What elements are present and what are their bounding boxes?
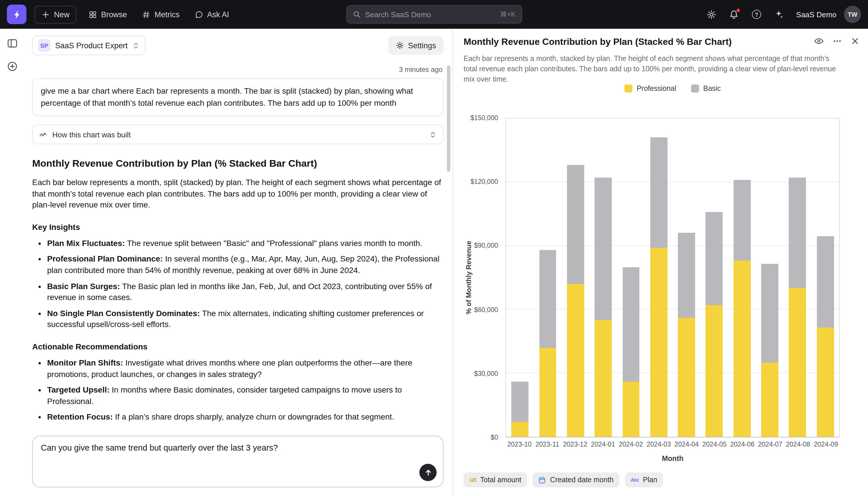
list-item: No Single Plan Consistently Dominates: T…: [47, 308, 444, 330]
grid-icon: [89, 10, 97, 19]
new-button[interactable]: New: [34, 5, 76, 23]
how-built-toggle[interactable]: How this chart was built: [32, 125, 444, 144]
bar-segment-basic[interactable]: [623, 267, 640, 382]
list-item: Monitor Plan Shifts: Investigate what dr…: [47, 357, 444, 380]
bar-segment-professional[interactable]: [789, 288, 806, 437]
bar-2024-09[interactable]: [811, 119, 839, 437]
help-icon: ?: [752, 10, 761, 19]
x-axis-labels: 2023-102023-112023-122024-012024-022024-…: [505, 441, 840, 448]
bar-segment-professional[interactable]: [595, 320, 612, 437]
y-tick-label: $90,000: [474, 242, 498, 249]
list-item: Retention Focus: If a plan’s share drops…: [47, 412, 444, 423]
tag-label: Total amount: [480, 476, 521, 484]
bar-segment-basic[interactable]: [789, 178, 806, 288]
plot-area: [505, 118, 840, 437]
user-avatar[interactable]: TW: [844, 6, 861, 23]
chat-input[interactable]: Can you give the same trend but quarterl…: [33, 436, 443, 472]
bar-2024-01[interactable]: [590, 119, 617, 437]
y-tick-label: $30,000: [474, 370, 498, 377]
bar-2024-06[interactable]: [728, 119, 756, 437]
y-tick-label: $120,000: [470, 178, 498, 185]
x-tick-label: 2024-07: [756, 441, 784, 448]
bar-segment-basic[interactable]: [817, 236, 834, 328]
recommendations-list: Monitor Plan Shifts: Investigate what dr…: [47, 357, 444, 423]
bar-2024-04[interactable]: [673, 119, 701, 437]
new-label: New: [54, 10, 69, 19]
key-insights-heading: Key Insights: [32, 222, 444, 232]
key-insights-list: Plan Mix Fluctuates: The revenue split b…: [47, 238, 444, 330]
gear-icon: [707, 10, 717, 19]
bar-segment-professional[interactable]: [761, 362, 778, 437]
bar-segment-basic[interactable]: [511, 382, 529, 422]
search-icon: [352, 10, 360, 18]
toggle-sidebar-button[interactable]: [5, 36, 19, 50]
bar-2023-10[interactable]: [506, 119, 534, 437]
user-message: give me a bar chart where Each bar repre…: [32, 78, 444, 116]
more-options-button[interactable]: [832, 36, 842, 46]
settings-button[interactable]: Settings: [388, 36, 444, 55]
bar-2024-08[interactable]: [784, 119, 812, 437]
y-tick-label: $150,000: [470, 114, 498, 121]
notifications-button[interactable]: [725, 6, 743, 23]
close-panel-button[interactable]: [851, 36, 859, 46]
chat-scrollbar[interactable]: [447, 65, 450, 172]
y-tick-label: $60,000: [474, 306, 498, 313]
legend: ProfessionalBasic: [505, 84, 840, 93]
bar-2023-11[interactable]: [534, 119, 562, 437]
legend-item-basic[interactable]: Basic: [691, 84, 721, 93]
bar-2024-02[interactable]: [617, 119, 645, 437]
search-shortcut: ⌘+K: [500, 10, 516, 18]
tag-plan[interactable]: Abc Plan: [625, 472, 663, 487]
chart-panel-actions: [814, 36, 859, 46]
workspace-name[interactable]: SaaS Demo: [796, 10, 836, 19]
app: New Browse Metrics Ask AI Search SaaS De…: [0, 0, 868, 496]
help-button[interactable]: ?: [748, 6, 765, 23]
bar-segment-professional[interactable]: [650, 248, 668, 437]
bar-segment-professional[interactable]: [734, 261, 751, 437]
gear-icon: [396, 41, 404, 49]
settings-gear-button[interactable]: [703, 6, 720, 23]
metrics-label: Metrics: [155, 10, 179, 19]
bar-segment-professional[interactable]: [511, 422, 529, 437]
metrics-button[interactable]: Metrics: [135, 6, 186, 23]
recommendations-heading: Actionable Recommendations: [32, 342, 444, 351]
bar-segment-basic[interactable]: [539, 250, 556, 348]
ask-ai-button[interactable]: Ask AI: [188, 6, 236, 23]
bar-segment-professional[interactable]: [539, 348, 556, 437]
view-chart-button[interactable]: [814, 36, 824, 46]
bar-segment-basic[interactable]: [567, 165, 584, 284]
bar-2024-03[interactable]: [645, 119, 673, 437]
new-thread-button[interactable]: [5, 59, 19, 73]
list-item: Basic Plan Surges: The Basic plan led in…: [47, 281, 444, 303]
bar-segment-professional[interactable]: [567, 284, 584, 437]
bar-segment-basic[interactable]: [595, 178, 612, 320]
bar-segment-basic[interactable]: [761, 264, 778, 362]
x-tick-label: 2024-06: [728, 441, 756, 448]
plus-icon: [42, 10, 50, 19]
how-built-icon: [39, 130, 47, 139]
ai-sparkles-button[interactable]: [770, 6, 788, 23]
bar-2023-12[interactable]: [562, 119, 590, 437]
tag-created-date-month[interactable]: Created date month: [533, 472, 619, 487]
bar-segment-basic[interactable]: [706, 212, 723, 305]
agent-select[interactable]: SP SaaS Product Expert: [32, 36, 145, 55]
tag-total-amount[interactable]: 123 Total amount: [464, 472, 527, 487]
bar-segment-professional[interactable]: [817, 328, 834, 437]
bar-segment-basic[interactable]: [650, 138, 668, 248]
left-rail: [0, 29, 24, 496]
bar-2024-05[interactable]: [701, 119, 728, 437]
notification-dot: [736, 8, 740, 13]
chart-title: Monthly Revenue Contribution by Plan (St…: [464, 37, 732, 47]
app-logo[interactable]: [7, 4, 27, 24]
bar-2024-07[interactable]: [756, 119, 784, 437]
bar-segment-basic[interactable]: [678, 233, 695, 318]
bar-segment-basic[interactable]: [734, 180, 751, 261]
chat-messages: 3 minutes ago give me a bar chart where …: [24, 59, 453, 431]
bar-segment-professional[interactable]: [623, 382, 640, 437]
legend-item-professional[interactable]: Professional: [625, 84, 676, 93]
browse-button[interactable]: Browse: [82, 6, 133, 23]
send-button[interactable]: [419, 464, 437, 481]
global-search-input[interactable]: Search SaaS Demo ⌘+K: [346, 5, 522, 24]
bar-segment-professional[interactable]: [706, 305, 723, 437]
bar-segment-professional[interactable]: [678, 318, 695, 437]
